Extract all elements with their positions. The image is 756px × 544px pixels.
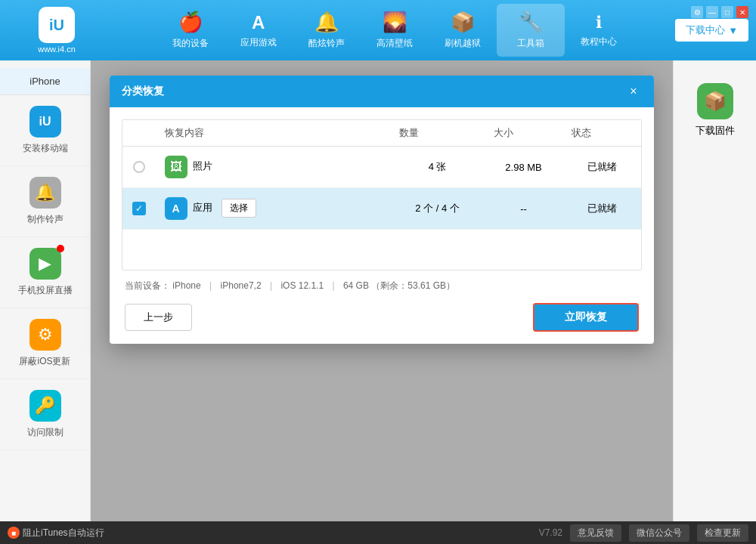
nav-app-games[interactable]: A 应用游戏 (225, 4, 293, 57)
device-remaining: （剩余：53.61 GB） (371, 280, 455, 291)
stop-itunes-label: 阻止iTunes自动运行 (23, 527, 104, 539)
nav-wallpaper[interactable]: 🌄 高清壁纸 (361, 4, 429, 57)
row-photo-count-cell: 4 张 (390, 147, 484, 188)
nav-app-games-icon: A (252, 12, 265, 33)
right-panel: 📦 下载固件 (673, 60, 756, 521)
app-count: 2 个 / 4 个 (415, 202, 460, 214)
download-icon: ▼ (728, 25, 738, 36)
photo-size: 2.98 MB (505, 162, 541, 173)
th-size: 大小 (485, 120, 563, 147)
sidebar-item-ringtone-label: 制作铃声 (27, 213, 64, 226)
nav-toolbox-label: 工具箱 (517, 37, 544, 50)
device-name: iPhone (172, 280, 200, 291)
nav-toolbox[interactable]: 🔧 工具箱 (497, 4, 565, 57)
th-content: 恢复内容 (156, 120, 391, 147)
bottom-bar: ■ 阻止iTunes自动运行 V7.92 意见反馈 微信公众号 检查更新 (0, 521, 756, 544)
main-area: iPhone iU 安装移动端 🔔 制作铃声 ▶ 手机投屏直播 ⚙ (0, 60, 756, 521)
logo-url: www.i4.cn (38, 45, 76, 54)
nav-jailbreak-label: 刷机越狱 (445, 37, 481, 50)
sidebar-item-block-update[interactable]: ⚙ 屏蔽iOS更新 (0, 308, 90, 379)
row-photo-status-cell: 已就绪 (562, 147, 641, 188)
install-mobile-icon: iU (29, 106, 61, 138)
nav-app-games-label: 应用游戏 (240, 36, 277, 49)
device-model: iPhone7,2 (221, 280, 262, 291)
nav-ringtones-icon: 🔔 (314, 11, 339, 34)
right-item-download-firmware[interactable]: 📦 下载固件 (688, 76, 742, 145)
modal: 分类恢复 × 恢复内容 (110, 76, 654, 344)
close-btn[interactable]: ✕ (736, 6, 748, 18)
photo-name: 照片 (193, 160, 212, 172)
sidebar-device[interactable]: iPhone (0, 68, 90, 95)
screen-live-icon: ▶ (29, 248, 61, 280)
download-firmware-label: 下载固件 (696, 124, 735, 138)
update-btn[interactable]: 检查更新 (697, 524, 748, 542)
th-status: 状态 (562, 120, 641, 147)
app-checkbox[interactable]: ✓ (132, 202, 146, 215)
device-info: 当前设备： iPhone | iPhone7,2 | iOS 12.1.1 | … (122, 280, 642, 292)
app-icon: A (165, 197, 187, 220)
sidebar: iPhone iU 安装移动端 🔔 制作铃声 ▶ 手机投屏直播 ⚙ (0, 60, 91, 521)
device-info-label: 当前设备： (125, 280, 170, 291)
nav-my-device-label: 我的设备 (172, 37, 209, 50)
modal-footer: 上一步 立即恢复 (122, 303, 642, 332)
sidebar-item-access-limit-label: 访问限制 (27, 426, 64, 439)
nav-jailbreak-icon: 📦 (451, 11, 475, 34)
row-photo-radio-cell[interactable] (122, 147, 156, 188)
nav-my-device-icon: 🍎 (178, 11, 203, 34)
nav-jailbreak[interactable]: 📦 刷机越狱 (429, 4, 497, 57)
app-select-btn[interactable]: 选择 (222, 199, 256, 218)
nav-tutorial[interactable]: ℹ 教程中心 (565, 4, 633, 57)
modal-overlay: 分类恢复 × 恢复内容 (91, 60, 673, 521)
photo-status: 已就绪 (587, 161, 617, 172)
sidebar-item-ringtone[interactable]: 🔔 制作铃声 (0, 166, 90, 237)
photo-radio[interactable] (133, 161, 145, 173)
photo-icon: 🖼 (165, 156, 187, 178)
access-limit-icon: 🔑 (29, 390, 61, 422)
app-status: 已就绪 (587, 202, 617, 214)
nav-toolbox-icon: 🔧 (519, 11, 543, 34)
minimize-btn[interactable]: — (706, 6, 718, 18)
modal-header: 分类恢复 × (110, 76, 654, 107)
download-firmware-icon: 📦 (697, 83, 733, 119)
bottom-left: ■ 阻止iTunes自动运行 (8, 527, 531, 539)
wechat-btn[interactable]: 微信公众号 (629, 524, 689, 542)
sidebar-item-access-limit[interactable]: 🔑 访问限制 (0, 379, 90, 450)
photo-count: 4 张 (429, 161, 447, 172)
nav-my-device[interactable]: 🍎 我的设备 (156, 4, 225, 57)
stop-itunes-icon: ■ (8, 527, 20, 539)
sidebar-item-block-update-label: 屏蔽iOS更新 (19, 355, 70, 368)
block-update-icon: ⚙ (29, 319, 61, 351)
sidebar-item-screen-live[interactable]: ▶ 手机投屏直播 (0, 237, 90, 308)
settings-btn[interactable]: ⚙ (691, 6, 703, 18)
restore-table: 恢复内容 数量 大小 状态 (122, 120, 641, 230)
notif-badge (57, 245, 64, 252)
header-right: 下载中心 ▼ (675, 19, 748, 42)
logo-area: iU www.i4.cn (8, 7, 106, 54)
feedback-btn[interactable]: 意见反馈 (570, 524, 621, 542)
prev-btn[interactable]: 上一步 (125, 304, 192, 331)
row-photo-size-cell: 2.98 MB (485, 147, 563, 188)
row-app-checkbox-cell[interactable]: ✓ (122, 188, 156, 230)
table-row: ✓ A 应用 选择 2 个 / 4 个 (122, 188, 641, 230)
version-text: V7.92 (539, 527, 562, 538)
modal-close-btn[interactable]: × (625, 83, 642, 100)
row-app-name-cell: A 应用 选择 (156, 188, 391, 230)
window-controls: ⚙ — □ ✕ (691, 6, 748, 18)
nav-ringtones-label: 酷炫铃声 (308, 37, 345, 50)
table-row: 🖼 照片 4 张 2.98 MB (122, 147, 641, 188)
download-center-btn[interactable]: 下载中心 ▼ (675, 19, 748, 42)
nav-wallpaper-icon: 🌄 (383, 11, 407, 34)
device-ios: iOS 12.1.1 (280, 280, 324, 291)
ringtone-icon: 🔔 (29, 177, 61, 209)
restore-now-btn[interactable]: 立即恢复 (533, 303, 639, 332)
nav-tutorial-label: 教程中心 (581, 36, 617, 48)
app-name: 应用 (193, 202, 212, 213)
sidebar-item-install-mobile[interactable]: iU 安装移动端 (0, 95, 90, 166)
modal-body: 恢复内容 数量 大小 状态 (110, 107, 654, 344)
th-count: 数量 (390, 120, 484, 147)
nav-ringtones[interactable]: 🔔 酷炫铃声 (293, 4, 361, 57)
restore-btn[interactable]: □ (721, 6, 733, 18)
device-storage: 64 GB (343, 280, 369, 291)
content-area: 分类恢复 × 恢复内容 (91, 60, 673, 521)
nav-tutorial-icon: ℹ (596, 13, 602, 32)
